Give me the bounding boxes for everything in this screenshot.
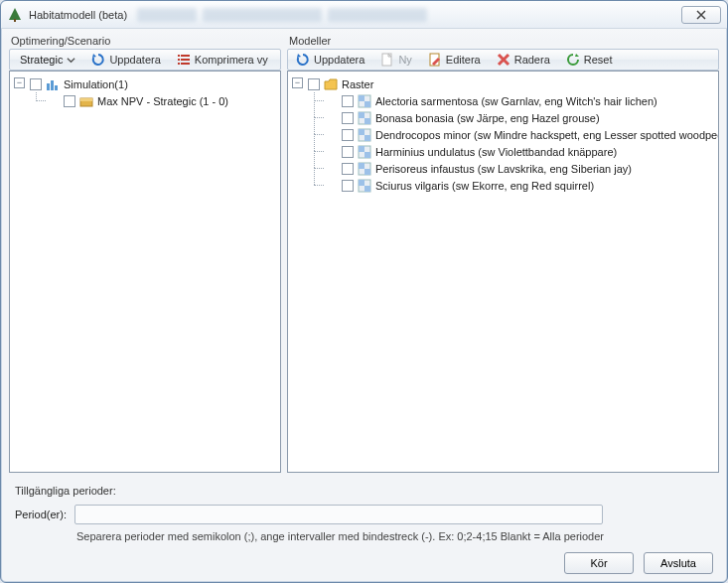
tree-label[interactable]: Max NPV - Strategic (1 - 0) — [97, 95, 228, 107]
tree-label[interactable]: Bonasa bonasia (sw Järpe, eng Hazel grou… — [375, 112, 600, 124]
compress-view-button[interactable]: Komprimera vy — [173, 52, 272, 68]
reset-label: Reset — [584, 54, 613, 66]
svg-rect-25 — [359, 129, 364, 135]
model-icon — [358, 111, 371, 125]
scenario-dropdown[interactable]: Strategic — [14, 53, 79, 67]
checkbox[interactable] — [308, 78, 320, 90]
svg-rect-28 — [359, 146, 364, 152]
svg-rect-6 — [181, 59, 190, 61]
run-button[interactable]: Kör — [564, 552, 634, 574]
checkbox[interactable] — [342, 146, 354, 158]
box-icon — [79, 94, 93, 108]
expand-toggle[interactable]: − — [292, 77, 303, 88]
list-icon — [177, 53, 191, 67]
edit-icon — [428, 53, 442, 67]
left-column: Optimering/Scenario Strategic Uppdatera — [9, 35, 281, 473]
right-update-button[interactable]: Uppdatera — [292, 52, 368, 68]
footer: Kör Avsluta — [9, 546, 719, 574]
scenario-dropdown-value: Strategic — [20, 54, 63, 66]
left-toolbar: Strategic Uppdatera Komprimera vy — [9, 49, 281, 71]
svg-rect-10 — [51, 80, 54, 90]
right-column: Modeller Uppdatera Ny — [287, 35, 719, 473]
svg-rect-22 — [359, 112, 364, 118]
model-icon — [358, 94, 371, 108]
right-tree-panel: − Raster Alectoria sarmentosa (sw Garnla… — [287, 71, 719, 473]
tree-node-model: Dendrocopos minor (sw Mindre hackspett, … — [326, 126, 714, 143]
tree-label[interactable]: Dendrocopos minor (sw Mindre hackspett, … — [375, 129, 719, 141]
svg-rect-9 — [47, 83, 50, 90]
svg-rect-5 — [178, 59, 180, 61]
tree-node-simulation: − Simulation(1) — [14, 75, 276, 109]
tree-label[interactable]: Sciurus vilgaris (sw Ekorre, eng Red squ… — [375, 180, 594, 192]
tree-node-raster: − Raster Alectoria sarmentosa (sw Garnla… — [292, 75, 714, 194]
background-tabs-blur — [137, 8, 427, 22]
reset-icon — [566, 53, 580, 67]
checkbox[interactable] — [342, 112, 354, 124]
tree-node-model: Bonasa bonasia (sw Järpe, eng Hazel grou… — [326, 109, 714, 126]
tree-node-model: Alectoria sarmentosa (sw Garnlav, eng Wi… — [326, 92, 714, 109]
edit-button[interactable]: Editera — [424, 52, 485, 68]
new-button[interactable]: Ny — [376, 52, 415, 68]
model-icon — [358, 179, 371, 193]
svg-rect-7 — [178, 63, 180, 65]
tree-node-maxnpv: Max NPV - Strategic (1 - 0) — [48, 92, 276, 109]
page-icon — [380, 53, 394, 67]
checkbox[interactable] — [30, 78, 42, 90]
tree-label[interactable]: Perisoreus infaustus (sw Lavskrika, eng … — [375, 163, 632, 175]
svg-marker-0 — [9, 8, 21, 20]
periods-input[interactable] — [74, 505, 603, 524]
window-body: Optimering/Scenario Strategic Uppdatera — [1, 29, 727, 582]
titlebar: Habitatmodell (beta) — [1, 1, 727, 29]
refresh-icon — [91, 53, 105, 67]
expand-toggle[interactable]: − — [14, 77, 25, 88]
tree-label[interactable]: Simulation(1) — [64, 78, 128, 90]
svg-rect-23 — [364, 118, 370, 124]
left-update-label: Uppdatera — [109, 54, 160, 66]
left-update-button[interactable]: Uppdatera — [87, 52, 164, 68]
svg-rect-34 — [359, 180, 364, 186]
svg-rect-13 — [80, 98, 92, 101]
svg-rect-1 — [14, 19, 16, 22]
compress-view-label: Komprimera vy — [195, 54, 268, 66]
svg-rect-11 — [55, 85, 58, 90]
svg-marker-2 — [92, 54, 96, 58]
delete-button[interactable]: Radera — [493, 52, 554, 68]
tree-label[interactable]: Alectoria sarmentosa (sw Garnlav, eng Wi… — [375, 95, 657, 107]
left-tree-panel: − Simulation(1) — [9, 71, 281, 473]
window-close-button[interactable] — [681, 6, 721, 24]
periods-hint: Separera perioder med semikolon (;), ang… — [76, 530, 713, 542]
tree-node-model: Harminius undulatus (sw Violettbandad kn… — [326, 143, 714, 160]
periods-label: Period(er): — [15, 509, 67, 520]
reset-button[interactable]: Reset — [562, 52, 617, 68]
checkbox[interactable] — [342, 129, 354, 141]
model-icon — [358, 128, 371, 142]
window-title: Habitatmodell (beta) — [29, 9, 127, 21]
svg-rect-31 — [359, 163, 364, 169]
tree-node-model: Sciurus vilgaris (sw Ekorre, eng Red squ… — [326, 177, 714, 194]
checkbox[interactable] — [342, 95, 354, 107]
tree-node-model: Perisoreus infaustus (sw Lavskrika, eng … — [326, 160, 714, 177]
checkbox[interactable] — [342, 180, 354, 192]
delete-label: Radera — [514, 54, 550, 66]
sim-icon — [46, 77, 60, 91]
checkbox[interactable] — [64, 95, 75, 107]
app-window: Habitatmodell (beta) Optimering/Scenario… — [0, 0, 728, 583]
tree-label[interactable]: Raster — [342, 78, 373, 90]
svg-rect-4 — [181, 55, 190, 57]
svg-marker-14 — [297, 54, 301, 58]
model-icon — [358, 145, 371, 159]
close-button[interactable]: Avsluta — [644, 552, 713, 574]
folder-icon — [324, 77, 338, 91]
right-toolbar: Uppdatera Ny Editera — [287, 49, 719, 71]
svg-rect-3 — [178, 55, 180, 57]
columns: Optimering/Scenario Strategic Uppdatera — [9, 35, 719, 473]
tree-label[interactable]: Harminius undulatus (sw Violettbandad kn… — [375, 146, 617, 158]
periods-section: Tillgängliga perioder: Period(er): Separ… — [9, 477, 719, 542]
left-section-label: Optimering/Scenario — [9, 35, 281, 49]
model-icon — [358, 162, 371, 176]
periods-header: Tillgängliga perioder: — [15, 485, 713, 497]
checkbox[interactable] — [342, 163, 354, 175]
svg-rect-29 — [364, 152, 370, 158]
chevron-down-icon — [67, 56, 75, 65]
right-update-label: Uppdatera — [314, 54, 364, 66]
